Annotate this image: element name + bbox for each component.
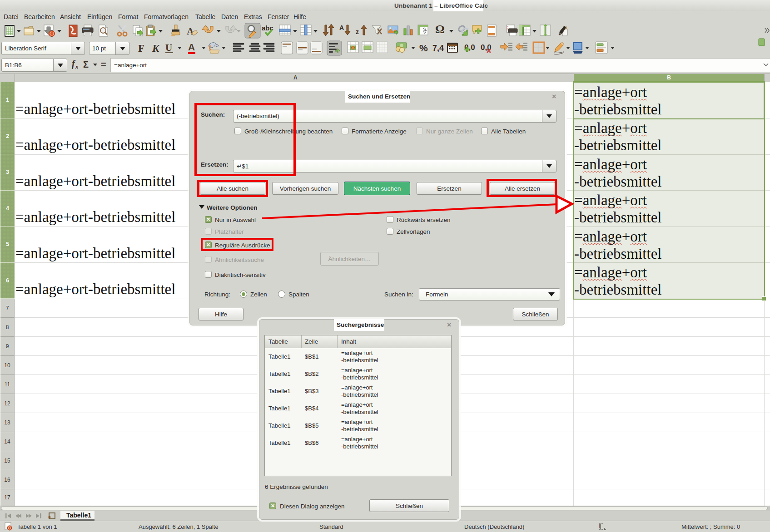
svg-text:A: A <box>188 42 195 52</box>
svg-text:7,4: 7,4 <box>432 44 444 53</box>
svg-text:0,0: 0,0 <box>464 43 475 52</box>
svg-text:Σ: Σ <box>83 59 89 69</box>
svg-text:A: A <box>187 25 194 37</box>
svg-text:%: % <box>419 43 428 53</box>
svg-text:=: = <box>101 59 106 69</box>
svg-text:A: A <box>339 24 344 31</box>
svg-text:K: K <box>152 43 160 54</box>
svg-text:x: x <box>75 63 79 70</box>
svg-text:z: z <box>356 28 359 35</box>
svg-text:Ω: Ω <box>435 23 445 36</box>
svg-text:U: U <box>165 42 172 53</box>
svg-text:F: F <box>138 43 144 54</box>
